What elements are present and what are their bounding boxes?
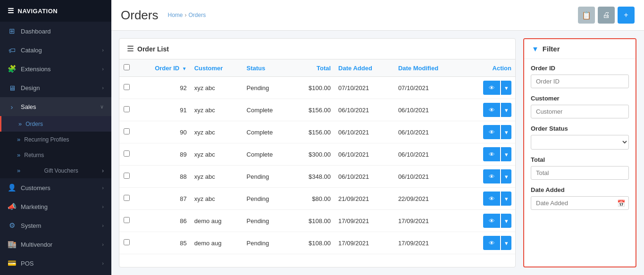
- col-date-added-label: Date Added: [338, 65, 372, 72]
- col-order-id[interactable]: Order ID ▼: [134, 59, 191, 77]
- add-order-button[interactable]: +: [618, 7, 635, 24]
- sidebar-item-marketing[interactable]: 📣 Marketing ›: [0, 197, 111, 216]
- archive-button[interactable]: 📋: [578, 7, 595, 24]
- row-date-added: 06/10/2021: [335, 121, 394, 143]
- filter-status-field: Order Status Pending Complete Cancelled: [531, 125, 629, 150]
- eye-icon: 👁: [489, 107, 495, 114]
- sidebar-item-sales[interactable]: › Sales ∨: [0, 97, 111, 116]
- row-checkbox-5[interactable]: [124, 195, 130, 201]
- row-total: $80.00: [292, 188, 335, 210]
- filter-title: Filter: [543, 45, 560, 53]
- col-order-id-label: Order ID: [155, 65, 179, 72]
- action-dropdown-7[interactable]: ▾: [501, 236, 511, 250]
- sidebar-item-dashboard[interactable]: ⊞ Dashboard: [0, 22, 111, 41]
- print-button[interactable]: 🖨: [598, 7, 615, 24]
- sidebar-item-system[interactable]: ⚙ System ›: [0, 216, 111, 235]
- sidebar-item-multivendor[interactable]: 🏬 Multivendor ›: [0, 235, 111, 254]
- sidebar-item-label: System: [21, 222, 97, 229]
- col-customer[interactable]: Customer: [191, 59, 243, 77]
- view-button-2[interactable]: 👁: [483, 125, 500, 139]
- caret-down-icon: ▾: [505, 173, 508, 180]
- row-date-added: 17/09/2021: [335, 232, 394, 254]
- row-checkbox-3[interactable]: [124, 150, 130, 157]
- select-all-checkbox[interactable]: [124, 64, 130, 70]
- row-date-modified: 22/09/2021: [394, 188, 463, 210]
- row-checkbox-cell: [119, 166, 134, 188]
- col-action: Action: [463, 59, 515, 77]
- action-dropdown-3[interactable]: ▾: [501, 147, 511, 161]
- row-checkbox-cell: [119, 210, 134, 232]
- table-row: 88 xyz abc Pending $348.00 06/10/2021 06…: [119, 166, 515, 188]
- nav-header-label: NAVIGATION: [18, 8, 58, 15]
- row-checkbox-2[interactable]: [124, 128, 130, 134]
- view-button-4[interactable]: 👁: [483, 169, 500, 183]
- row-checkbox-cell: [119, 232, 134, 254]
- breadcrumb-home[interactable]: Home: [167, 12, 183, 18]
- action-dropdown-6[interactable]: ▾: [501, 214, 511, 228]
- view-button-1[interactable]: 👁: [483, 103, 500, 117]
- col-checkbox: [119, 59, 134, 77]
- sidebar-item-label: POS: [21, 260, 97, 267]
- action-dropdown-2[interactable]: ▾: [501, 125, 511, 139]
- row-checkbox-1[interactable]: [124, 106, 130, 112]
- multivendor-icon: 🏬: [8, 240, 16, 249]
- filter-status-select[interactable]: Pending Complete Cancelled: [531, 135, 629, 150]
- sidebar-item-orders[interactable]: Orders: [0, 116, 111, 132]
- col-status[interactable]: Status: [243, 59, 292, 77]
- action-dropdown-0[interactable]: ▾: [501, 81, 511, 95]
- col-date-modified[interactable]: Date Modified: [394, 59, 463, 77]
- caret-down-icon: ▾: [505, 107, 508, 114]
- view-button-0[interactable]: 👁: [483, 81, 500, 95]
- marketing-icon: 📣: [8, 202, 16, 211]
- sidebar-item-extensions[interactable]: 🧩 Extensions ›: [0, 59, 111, 78]
- col-total-label: Total: [317, 65, 331, 72]
- row-checkbox-7[interactable]: [124, 239, 130, 245]
- sidebar-item-recurring-profiles[interactable]: Recurring Profiles: [0, 132, 111, 147]
- filter-order-id-input[interactable]: [531, 75, 629, 88]
- filter-customer-label: Customer: [531, 95, 629, 102]
- row-checkbox-0[interactable]: [124, 84, 130, 90]
- eye-icon: 👁: [489, 217, 495, 225]
- view-button-7[interactable]: 👁: [483, 236, 500, 250]
- col-date-added[interactable]: Date Added: [335, 59, 394, 77]
- caret-down-icon: ▾: [505, 240, 508, 247]
- sidebar-item-catalog[interactable]: 🏷 Catalog ›: [0, 41, 111, 59]
- col-status-label: Status: [247, 65, 266, 72]
- design-icon: 🖥: [8, 83, 16, 92]
- action-group: 👁 ▾: [467, 169, 511, 183]
- filter-date-added-input[interactable]: [531, 196, 629, 210]
- row-checkbox-cell: [119, 77, 134, 99]
- row-checkbox-6[interactable]: [124, 217, 130, 223]
- sidebar-giftvouchers-label: Gift Vouchers: [44, 167, 78, 174]
- filter-total-field: Total: [531, 156, 629, 180]
- row-action-cell: 👁 ▾: [463, 188, 515, 210]
- sidebar-item-design[interactable]: 🖥 Design ›: [0, 78, 111, 97]
- header-actions: 📋 🖨 +: [578, 7, 635, 24]
- eye-icon: 👁: [489, 151, 495, 158]
- col-total[interactable]: Total: [292, 59, 335, 77]
- action-dropdown-1[interactable]: ▾: [501, 103, 511, 117]
- sidebar-item-pos[interactable]: 💳 POS ›: [0, 254, 111, 273]
- table-body: 92 xyz abc Pending $100.00 07/10/2021 07…: [119, 77, 515, 254]
- action-group: 👁 ▾: [467, 192, 511, 206]
- pos-icon: 💳: [8, 259, 16, 267]
- chevron-down-icon: ∨: [100, 104, 104, 110]
- view-button-5[interactable]: 👁: [483, 192, 500, 206]
- action-dropdown-4[interactable]: ▾: [501, 169, 511, 183]
- sidebar-item-customers[interactable]: 👤 Customers ›: [0, 178, 111, 197]
- row-checkbox-4[interactable]: [124, 173, 130, 179]
- row-date-added: 07/10/2021: [335, 77, 394, 99]
- table-row: 90 xyz abc Complete $156.00 06/10/2021 0…: [119, 121, 515, 143]
- filter-panel: ▼ Filter Order ID Customer Order Status …: [523, 38, 636, 267]
- filter-total-input[interactable]: [531, 166, 629, 180]
- sidebar-item-gift-vouchers[interactable]: Gift Vouchers ›: [0, 163, 111, 178]
- filter-customer-input[interactable]: [531, 105, 629, 118]
- filter-header: ▼ Filter: [524, 39, 636, 59]
- action-dropdown-5[interactable]: ▾: [501, 192, 511, 206]
- breadcrumb-current[interactable]: Orders: [188, 12, 206, 18]
- view-button-6[interactable]: 👁: [483, 214, 500, 228]
- sidebar-item-returns[interactable]: Returns: [0, 147, 111, 163]
- view-button-3[interactable]: 👁: [483, 147, 500, 161]
- eye-icon: 👁: [489, 240, 495, 247]
- row-date-modified: 06/10/2021: [394, 121, 463, 143]
